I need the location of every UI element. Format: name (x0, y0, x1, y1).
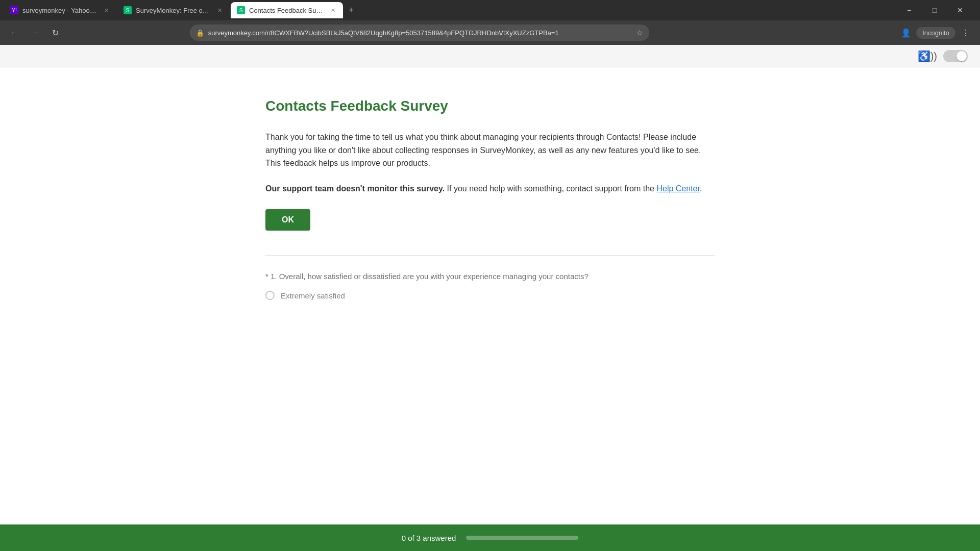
support-notice-bold: Our support team doesn't monitor this su… (265, 184, 445, 193)
support-notice: Our support team doesn't monitor this su… (265, 182, 715, 195)
page-content: Contacts Feedback Survey Thank you for t… (0, 67, 980, 524)
tab-yahoo-label: surveymonkey - Yahoo Search (22, 7, 98, 14)
menu-button[interactable]: ⋮ (958, 24, 974, 41)
close-button[interactable]: ✕ (948, 2, 972, 18)
profile-button[interactable]: 👤 (898, 24, 914, 41)
question-1-section: * 1. Overall, how satisfied or dissatisf… (265, 272, 715, 300)
tab-surveymonkey-close[interactable]: ✕ (215, 6, 224, 14)
new-tab-button[interactable]: + (344, 3, 358, 17)
question-1-body: Overall, how satisfied or dissatisfied a… (279, 272, 589, 281)
browser-actions: 👤 Incognito ⋮ (898, 24, 974, 41)
back-button[interactable]: ← (6, 24, 22, 41)
tab-contacts-label: Contacts Feedback Survey (249, 7, 325, 14)
progress-bar-container (466, 536, 578, 540)
tab-contacts-active[interactable]: S Contacts Feedback Survey ✕ (231, 2, 343, 18)
lock-icon: 🔒 (196, 29, 204, 37)
maximize-button[interactable]: □ (923, 2, 946, 18)
section-divider (265, 255, 715, 256)
incognito-badge: Incognito (916, 27, 955, 39)
accessibility-bar: ♿)) (0, 45, 980, 67)
tab-yahoo[interactable]: Y! surveymonkey - Yahoo Search ✕ (4, 2, 116, 18)
tab-yahoo-close[interactable]: ✕ (102, 6, 110, 14)
survey-container: Contacts Feedback Survey Thank you for t… (245, 98, 735, 300)
accessibility-icon[interactable]: ♿)) (918, 50, 937, 62)
tab-contacts-close[interactable]: ✕ (329, 6, 337, 14)
reload-button[interactable]: ↻ (47, 24, 63, 41)
survey-description: Thank you for taking the time to tell us… (265, 131, 715, 170)
address-bar-row: ← → ↻ 🔒 surveymonkey.com/r/8CWXFBW?UcibS… (0, 20, 980, 45)
progress-text: 0 of 3 answered (402, 534, 456, 542)
help-center-link[interactable]: Help Center (656, 184, 700, 193)
accessibility-toggle[interactable] (943, 50, 968, 62)
question-1-number: * 1. (265, 272, 277, 281)
footer-progress-bar: 0 of 3 answered (0, 524, 980, 551)
tab-surveymonkey-label: SurveyMonkey: Free online sur... (136, 7, 211, 14)
tab-bar: Y! surveymonkey - Yahoo Search ✕ S Surve… (0, 0, 980, 20)
support-notice-text: If you need help with something, contact… (445, 184, 656, 193)
surveymonkey-favicon: S (124, 6, 132, 14)
question-1-text: * 1. Overall, how satisfied or dissatisf… (265, 272, 715, 281)
url-text: surveymonkey.com/r/8CWXFBW?UcibSBLkJ5aQt… (208, 29, 632, 37)
window-controls: − □ ✕ (897, 2, 972, 18)
contacts-favicon: S (237, 6, 245, 14)
survey-title: Contacts Feedback Survey (265, 98, 715, 114)
address-bar[interactable]: 🔒 surveymonkey.com/r/8CWXFBW?UcibSBLkJ5a… (190, 24, 649, 41)
option-extremely-satisfied[interactable]: Extremely satisfied (265, 291, 715, 300)
radio-label-extremely-satisfied: Extremely satisfied (281, 291, 345, 300)
yahoo-favicon: Y! (10, 6, 18, 14)
radio-circle[interactable] (265, 291, 275, 300)
forward-button[interactable]: → (27, 24, 43, 41)
bookmark-icon[interactable]: ☆ (636, 29, 643, 37)
tab-surveymonkey[interactable]: S SurveyMonkey: Free online sur... ✕ (117, 2, 230, 18)
ok-button[interactable]: OK (265, 209, 310, 231)
minimize-button[interactable]: − (897, 2, 921, 18)
